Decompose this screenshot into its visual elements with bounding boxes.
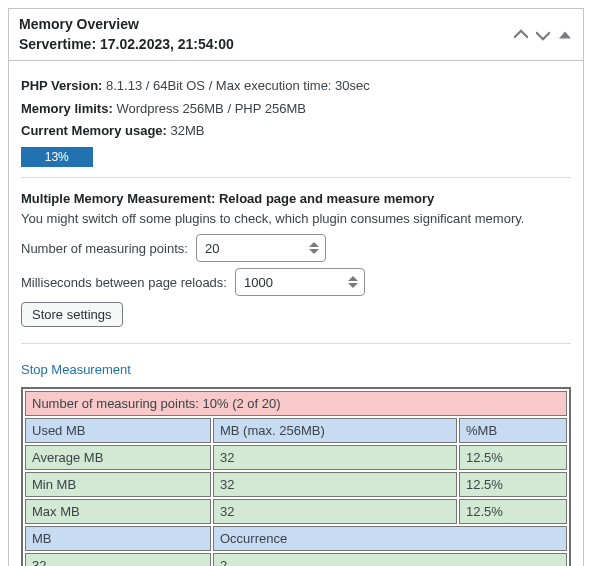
store-row: Store settings (21, 302, 571, 327)
hdr-max: MB (max. 256MB) (213, 418, 457, 443)
move-up-icon[interactable] (513, 27, 529, 43)
store-settings-button[interactable]: Store settings (21, 302, 123, 327)
ms-input-value: 1000 (244, 275, 273, 290)
table-row-summary: Number of measuring points: 10% (2 of 20… (25, 391, 567, 416)
current-memory-line: Current Memory usage: 32MB (21, 121, 571, 141)
current-memory-value: 32MB (171, 123, 205, 138)
memory-progress-fill: 13% (21, 147, 93, 167)
ms-input[interactable]: 1000 (235, 268, 365, 296)
box-content: PHP Version: 8.1.13 / 64Bit OS / Max exe… (9, 61, 583, 566)
summary-cell: Number of measuring points: 10% (2 of 20… (25, 391, 567, 416)
php-version-value: 8.1.13 / 64Bit OS / Max execution time: … (106, 78, 370, 93)
points-input[interactable]: 20 (196, 234, 326, 262)
title-line-2: Servertime: 17.02.2023, 21:54:00 (19, 36, 234, 52)
memory-progress: 13% (21, 147, 571, 167)
header-actions (513, 27, 573, 43)
spinner-icon[interactable] (309, 242, 321, 254)
points-row: Number of measuring points: 20 (21, 234, 571, 262)
ms-row: Milliseconds between page reloads: 1000 (21, 268, 571, 296)
memory-limits-line: Memory limits: Wordpress 256MB / PHP 256… (21, 99, 571, 119)
table-row: Max MB 32 12.5% (25, 499, 567, 524)
multi-heading: Multiple Memory Measurement: Reload page… (21, 189, 571, 209)
table-row: 32 2 (25, 553, 567, 566)
table-row-header: Used MB MB (max. 256MB) %MB (25, 418, 567, 443)
current-memory-label: Current Memory usage: (21, 123, 167, 138)
points-label: Number of measuring points: (21, 241, 188, 256)
multi-measurement-section: Multiple Memory Measurement: Reload page… (21, 177, 571, 344)
toggle-collapse-icon[interactable] (557, 27, 573, 43)
ms-label: Milliseconds between page reloads: (21, 275, 227, 290)
memory-limits-value: Wordpress 256MB / PHP 256MB (116, 101, 306, 116)
memory-limits-label: Memory limits: (21, 101, 113, 116)
table-row: Min MB 32 12.5% (25, 472, 567, 497)
php-section: PHP Version: 8.1.13 / 64Bit OS / Max exe… (21, 61, 571, 177)
multi-hint: You might switch off some plugins to che… (21, 211, 571, 226)
box-header: Memory Overview Servertime: 17.02.2023, … (9, 9, 583, 61)
results-section: Stop Measurement Number of measuring poi… (21, 343, 571, 566)
stop-measurement-link[interactable]: Stop Measurement (21, 362, 571, 377)
spinner-icon[interactable] (348, 276, 360, 288)
php-version-label: PHP Version: (21, 78, 102, 93)
table-row-occ-header: MB Occurrence (25, 526, 567, 551)
measurement-table: Number of measuring points: 10% (2 of 20… (21, 387, 571, 566)
php-version-line: PHP Version: 8.1.13 / 64Bit OS / Max exe… (21, 76, 571, 96)
points-input-value: 20 (205, 241, 219, 256)
hdr-mb: Used MB (25, 418, 211, 443)
memory-overview-box: Memory Overview Servertime: 17.02.2023, … (8, 8, 584, 566)
table-row: Average MB 32 12.5% (25, 445, 567, 470)
move-down-icon[interactable] (535, 27, 551, 43)
hdr-pct: %MB (459, 418, 567, 443)
title-line-1: Memory Overview (19, 16, 139, 32)
box-title: Memory Overview Servertime: 17.02.2023, … (19, 15, 234, 54)
